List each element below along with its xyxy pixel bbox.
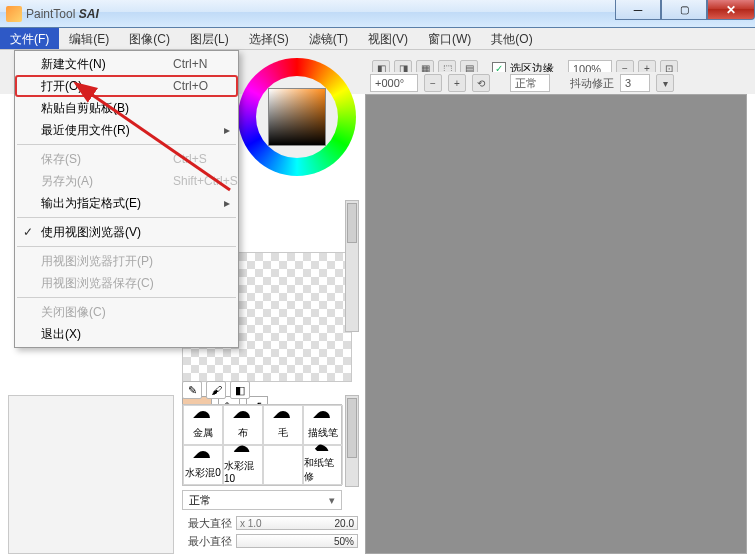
- window-buttons: [615, 0, 755, 20]
- brush-sliders: 最大直径 x 1.0 20.0 最小直径 50%: [182, 514, 358, 550]
- angle-field[interactable]: +000°: [370, 74, 418, 92]
- menu-item-shortcut: Ctrl+N: [173, 57, 207, 71]
- menu-view[interactable]: 视图(V): [358, 28, 418, 49]
- brush-preset[interactable]: 水彩混0: [183, 445, 223, 485]
- menu-separator: [17, 144, 236, 145]
- brush-preset[interactable]: 描线笔: [303, 405, 343, 445]
- menu-paste-clipboard[interactable]: 粘贴自剪贴板(B): [15, 97, 238, 119]
- stabilizer-field[interactable]: 3: [620, 74, 650, 92]
- menu-save: 保存(S)Ctrl+S: [15, 148, 238, 170]
- brush-tool-icon[interactable]: 🖌: [206, 381, 226, 399]
- menu-item-label: 打开(O): [41, 78, 82, 95]
- texture-scrollbar[interactable]: [345, 200, 359, 332]
- menu-item-label: 退出(X): [41, 326, 81, 343]
- app-title: PaintTool SAI: [26, 7, 99, 21]
- brush-preset[interactable]: 布: [223, 405, 263, 445]
- brush-preset[interactable]: 水彩混10: [223, 445, 263, 485]
- brush-preset-label: 金属: [193, 426, 213, 440]
- min-diameter-label: 最小直径: [182, 534, 232, 549]
- menu-close-image: 关闭图像(C): [15, 301, 238, 323]
- menu-layer[interactable]: 图层(L): [180, 28, 239, 49]
- stabilizer-label: 抖动修正: [570, 76, 614, 91]
- minimize-button[interactable]: [615, 0, 661, 20]
- file-menu-dropdown: 新建文件(N)Ctrl+N 打开(O)Ctrl+O 粘贴自剪贴板(B) 最近使用…: [14, 50, 239, 348]
- app-icon: [6, 6, 22, 22]
- menu-image[interactable]: 图像(C): [119, 28, 180, 49]
- menu-item-label: 使用视图浏览器(V): [41, 224, 141, 241]
- menu-filter[interactable]: 滤镜(T): [299, 28, 358, 49]
- menu-window[interactable]: 窗口(W): [418, 28, 481, 49]
- slider-right-value: 50%: [334, 536, 354, 547]
- blend-mode-field[interactable]: 正常: [510, 74, 550, 92]
- menu-separator: [17, 297, 236, 298]
- menu-item-label: 保存(S): [41, 151, 81, 168]
- menu-item-label: 关闭图像(C): [41, 304, 106, 321]
- menu-save-with-viewer: 用视图浏览器保存(C): [15, 272, 238, 294]
- app-title-name: SAI: [79, 7, 99, 21]
- close-button[interactable]: [707, 0, 755, 20]
- brush-scrollbar[interactable]: [345, 395, 359, 487]
- brush-preset[interactable]: 毛: [263, 405, 303, 445]
- brush-preset-empty[interactable]: [263, 445, 303, 485]
- slider-left-value: x 1.0: [240, 518, 262, 529]
- menu-recent-files[interactable]: 最近使用文件(R): [15, 119, 238, 141]
- sv-picker[interactable]: [268, 88, 326, 146]
- menu-separator: [17, 246, 236, 247]
- menu-item-shortcut: Shift+Ctrl+S: [173, 174, 238, 188]
- stabilizer-more-button[interactable]: ▾: [656, 74, 674, 92]
- menu-other[interactable]: 其他(O): [481, 28, 542, 49]
- menu-export-as[interactable]: 输出为指定格式(E): [15, 192, 238, 214]
- maximize-button[interactable]: [661, 0, 707, 20]
- pencil-tool-icon[interactable]: ✎: [182, 381, 202, 399]
- min-diameter-slider[interactable]: 50%: [236, 534, 358, 548]
- angle-inc-button[interactable]: +: [448, 74, 466, 92]
- menu-exit[interactable]: 退出(X): [15, 323, 238, 345]
- menu-select[interactable]: 选择(S): [239, 28, 299, 49]
- angle-dec-button[interactable]: −: [424, 74, 442, 92]
- canvas-tool-icons: ✎ 🖌 ◧: [182, 380, 342, 400]
- eraser-tool-icon[interactable]: ◧: [230, 381, 250, 399]
- max-diameter-slider[interactable]: x 1.0 20.0: [236, 516, 358, 530]
- navigator-panel: [8, 395, 174, 554]
- brush-preset-grid: 金属 布 毛 描线笔 水彩混0 水彩混10 和纸笔修: [182, 404, 342, 486]
- menu-item-label: 输出为指定格式(E): [41, 195, 141, 212]
- slider-right-value: 20.0: [335, 518, 354, 529]
- canvas-viewport[interactable]: [365, 94, 747, 554]
- menu-separator: [17, 217, 236, 218]
- menu-item-label: 新建文件(N): [41, 56, 106, 73]
- menu-item-label: 另存为(A): [41, 173, 93, 190]
- brush-preset-label: 毛: [278, 426, 288, 440]
- menu-item-shortcut: Ctrl+S: [173, 152, 207, 166]
- menu-use-viewer[interactable]: 使用视图浏览器(V): [15, 221, 238, 243]
- max-diameter-label: 最大直径: [182, 516, 232, 531]
- title-bar: PaintTool SAI: [0, 0, 755, 28]
- menu-edit[interactable]: 编辑(E): [59, 28, 119, 49]
- menu-bar: 文件(F) 编辑(E) 图像(C) 图层(L) 选择(S) 滤镜(T) 视图(V…: [0, 28, 755, 50]
- brush-preset-label: 和纸笔修: [304, 456, 342, 484]
- brush-preset-label: 水彩混10: [224, 459, 262, 484]
- menu-open[interactable]: 打开(O)Ctrl+O: [15, 75, 238, 97]
- brush-preset-label: 水彩混0: [185, 466, 221, 480]
- menu-new-file[interactable]: 新建文件(N)Ctrl+N: [15, 53, 238, 75]
- brush-preset-label: 布: [238, 426, 248, 440]
- menu-file[interactable]: 文件(F): [0, 28, 59, 49]
- menu-item-label: 用视图浏览器打开(P): [41, 253, 153, 270]
- color-panel: ✎ ↺: [238, 52, 356, 392]
- menu-item-shortcut: Ctrl+O: [173, 79, 208, 93]
- app-title-prefix: PaintTool: [26, 7, 75, 21]
- brush-preset[interactable]: 金属: [183, 405, 223, 445]
- brush-blend-mode[interactable]: 正常: [182, 490, 342, 510]
- color-wheel[interactable]: [238, 58, 356, 176]
- brush-preset-label: 描线笔: [308, 426, 338, 440]
- menu-open-with-viewer: 用视图浏览器打开(P): [15, 250, 238, 272]
- menu-item-label: 用视图浏览器保存(C): [41, 275, 154, 292]
- menu-save-as: 另存为(A)Shift+Ctrl+S: [15, 170, 238, 192]
- angle-reset-button[interactable]: ⟲: [472, 74, 490, 92]
- menu-item-label: 最近使用文件(R): [41, 122, 130, 139]
- brush-preset[interactable]: 和纸笔修: [303, 445, 343, 485]
- menu-item-label: 粘贴自剪贴板(B): [41, 100, 129, 117]
